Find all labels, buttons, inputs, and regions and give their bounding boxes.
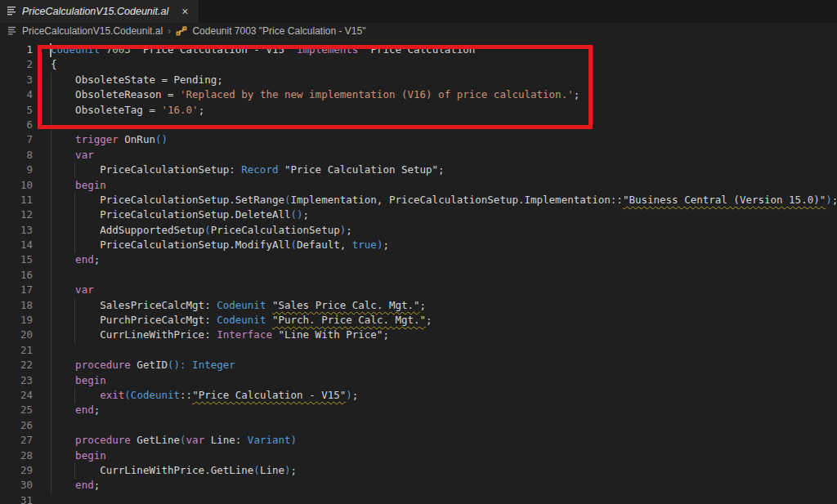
code-line[interactable]: 30 end; [0, 478, 837, 493]
line-number[interactable]: 25 [0, 403, 33, 417]
indent-guide [74, 298, 75, 343]
line-number[interactable]: 20 [0, 328, 33, 342]
code-line-text[interactable]: PriceCalculationSetup.DeleteAll(); [51, 208, 309, 221]
code-line-text[interactable]: CurrLineWithPrice: Interface "Line With … [51, 328, 389, 341]
code-line-text[interactable]: begin [51, 374, 106, 386]
line-number[interactable]: 15 [0, 252, 33, 267]
line-number[interactable]: 16 [0, 268, 33, 283]
code-line[interactable]: 17 var [0, 283, 837, 297]
editor[interactable]: 1codeunit 7003 "Price Calculation - V15"… [0, 39, 837, 504]
code-line-text[interactable]: { [51, 58, 57, 70]
code-line-text[interactable]: codeunit 7003 "Price Calculation - V15" … [51, 43, 481, 56]
indent-guide [74, 388, 75, 404]
code-line[interactable]: 3 ObsoleteState = Pending; [0, 73, 837, 87]
code-line[interactable]: 20 CurrLineWithPrice: Interface "Line Wi… [0, 328, 837, 342]
code-line-text[interactable]: ObsoleteTag = '16.0'; [51, 104, 204, 116]
line-number[interactable]: 5 [0, 103, 33, 118]
line-number[interactable]: 6 [0, 118, 33, 132]
line-number[interactable]: 12 [0, 207, 33, 222]
code-line[interactable]: 14 PriceCalculationSetup.ModifyAll(Defau… [0, 238, 837, 252]
line-number[interactable]: 18 [0, 298, 33, 313]
code-line-text[interactable]: ObsoleteState = Pending; [51, 74, 223, 86]
code-line-text[interactable]: PurchPriceCalcMgt: Codeunit "Purch. Pric… [51, 314, 432, 326]
code-line[interactable]: 16 [0, 268, 837, 283]
code-line[interactable]: 21 [0, 343, 837, 358]
line-number[interactable]: 14 [0, 238, 33, 252]
code-line-text[interactable]: exit(Codeunit::"Price Calculation - V15"… [51, 389, 358, 401]
code-line-text[interactable]: procedure GetLine(var Line: Variant) [51, 434, 297, 446]
line-number[interactable]: 30 [0, 478, 33, 493]
code-line-text[interactable]: procedure GetID(): Integer [51, 359, 235, 371]
line-number[interactable]: 9 [0, 163, 33, 177]
code-line-text[interactable]: SalesPriceCalcMgt: Codeunit "Sales Price… [51, 299, 426, 311]
code-line[interactable]: 15 end; [0, 252, 837, 267]
line-number[interactable]: 19 [0, 313, 33, 328]
code-line[interactable]: 12 PriceCalculationSetup.DeleteAll(); [0, 207, 837, 222]
code-line[interactable]: 22 procedure GetID(): Integer [0, 358, 837, 372]
code-line[interactable]: 27 procedure GetLine(var Line: Variant) [0, 433, 837, 448]
line-number[interactable]: 10 [0, 178, 33, 193]
code-line-text[interactable]: PriceCalculationSetup: Record "Price Cal… [51, 163, 445, 176]
code-line[interactable]: 28 begin [0, 448, 837, 463]
indent-guide [74, 193, 75, 253]
code-line-text[interactable]: trigger OnRun() [51, 133, 168, 145]
code-line[interactable]: 8 var [0, 148, 837, 163]
code-line-text[interactable]: begin [51, 179, 106, 191]
line-number[interactable]: 8 [0, 148, 33, 163]
code-line-text[interactable]: end; [51, 253, 100, 265]
code-line-text[interactable]: end; [51, 404, 100, 416]
code-line[interactable]: 29 CurrLineWithPrice.GetLine(Line); [0, 463, 837, 478]
indent-guide [51, 73, 51, 493]
line-number[interactable]: 3 [0, 73, 33, 87]
tab-bar: PriceCalculationV15.Codeunit.al × [0, 0, 837, 23]
line-number[interactable]: 17 [0, 283, 33, 297]
tab-title: PriceCalculationV15.Codeunit.al [22, 6, 168, 17]
code-line[interactable]: 4 ObsoleteReason = 'Replaced by the new … [0, 87, 837, 102]
line-number[interactable]: 22 [0, 358, 33, 372]
line-number[interactable]: 7 [0, 132, 33, 147]
code-line[interactable]: 13 AddSupportedSetup(PriceCalculationSet… [0, 223, 837, 238]
line-number[interactable]: 11 [0, 193, 33, 207]
code-line-text[interactable]: PriceCalculationSetup.ModifyAll(Default,… [51, 239, 389, 251]
code-line-text[interactable]: PriceCalculationSetup.SetRange(Implement… [51, 194, 837, 206]
code-line[interactable]: 1codeunit 7003 "Price Calculation - V15"… [0, 42, 837, 57]
code-line[interactable]: 19 PurchPriceCalcMgt: Codeunit "Purch. P… [0, 313, 837, 328]
code-line[interactable]: 26 [0, 418, 837, 433]
code-line[interactable]: 6 [0, 118, 837, 132]
code-line-text[interactable]: CurrLineWithPrice.GetLine(Line); [51, 464, 297, 476]
code-line-text[interactable]: end; [51, 479, 100, 491]
line-number[interactable]: 28 [0, 448, 33, 463]
line-number[interactable]: 31 [0, 493, 33, 504]
code-line[interactable]: 11 PriceCalculationSetup.SetRange(Implem… [0, 193, 837, 207]
code-lines: 1codeunit 7003 "Price Calculation - V15"… [0, 39, 837, 504]
line-number[interactable]: 4 [0, 87, 33, 102]
code-line[interactable]: 2{ [0, 57, 837, 72]
code-line[interactable]: 18 SalesPriceCalcMgt: Codeunit "Sales Pr… [0, 298, 837, 313]
line-number[interactable]: 23 [0, 373, 33, 388]
code-line-text[interactable]: begin [51, 449, 106, 462]
code-line-text[interactable]: ObsoleteReason = 'Replaced by the new im… [51, 88, 580, 100]
code-line[interactable]: 9 PriceCalculationSetup: Record "Price C… [0, 163, 837, 177]
code-line[interactable]: 10 begin [0, 178, 837, 193]
line-number[interactable]: 24 [0, 388, 33, 403]
line-number[interactable]: 2 [0, 57, 33, 72]
code-line-text[interactable]: var [51, 283, 94, 296]
code-line-text[interactable]: AddSupportedSetup(PriceCalculationSetup)… [51, 224, 352, 236]
code-line[interactable]: 7 trigger OnRun() [0, 132, 837, 147]
code-line[interactable]: 24 exit(Codeunit::"Price Calculation - V… [0, 388, 837, 403]
line-number[interactable]: 21 [0, 343, 33, 358]
line-number[interactable]: 29 [0, 463, 33, 478]
breadcrumb-file[interactable]: PriceCalculationV15.Codeunit.al [22, 25, 163, 37]
code-line-text[interactable]: var [51, 149, 94, 161]
breadcrumb-symbol[interactable]: Codeunit 7003 "Price Calculation - V15" [192, 25, 365, 37]
code-line[interactable]: 5 ObsoleteTag = '16.0'; [0, 103, 837, 118]
code-line[interactable]: 31 [0, 493, 837, 504]
line-number[interactable]: 13 [0, 223, 33, 238]
code-line[interactable]: 23 begin [0, 373, 837, 388]
line-number[interactable]: 26 [0, 418, 33, 433]
line-number[interactable]: 27 [0, 433, 33, 448]
code-line[interactable]: 25 end; [0, 403, 837, 417]
line-number[interactable]: 1 [0, 42, 33, 57]
close-icon[interactable]: × [179, 5, 190, 18]
tab-pricecalculationv15[interactable]: PriceCalculationV15.Codeunit.al × [0, 0, 199, 23]
